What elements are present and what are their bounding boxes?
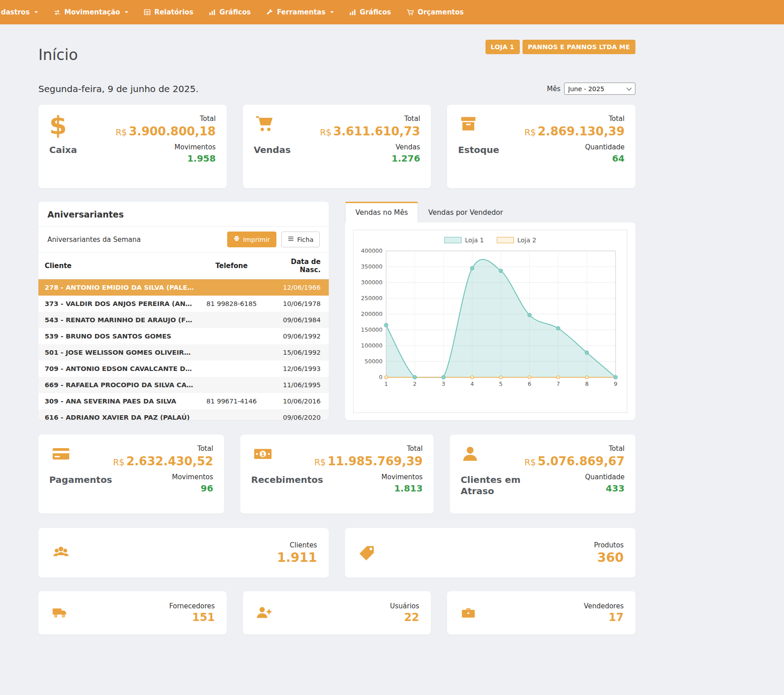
secondary-label: Movimentos	[172, 473, 213, 481]
cell-data: 10/06/2016	[263, 393, 329, 409]
cell-data: 10/06/1978	[263, 296, 329, 312]
birthdays-title: Aniversariantes	[38, 202, 329, 227]
nav-item-cadastros[interactable]: dastros	[0, 0, 46, 24]
table-row[interactable]: 373 - VALDIR DOS ANJOS PEREIRA (AN… 81 9…	[38, 296, 329, 312]
cell-data: 15/06/1992	[263, 344, 329, 361]
list-icon	[288, 236, 294, 243]
svg-text:50000: 50000	[364, 358, 383, 365]
table-row[interactable]: 278 - ANTONIO EMIDIO DA SILVA (PALE… 12/…	[38, 279, 329, 296]
legend-item[interactable]: Loja 1	[444, 236, 484, 244]
svg-text:200000: 200000	[361, 310, 383, 317]
ficha-button[interactable]: Ficha	[281, 232, 320, 247]
card-pagamentos: Pagamentos Total R$2.632.430,52 Moviment…	[38, 435, 224, 514]
svg-text:4: 4	[470, 380, 474, 387]
secondary-value: 64	[612, 153, 625, 164]
table-row[interactable]: 539 - BRUNO DOS SANTOS GOMES 09/06/1992	[38, 328, 329, 344]
card-recebimentos: 1 Recebimentos Total R$11.985.769,39 Mov…	[240, 435, 434, 514]
nav-label: Ferramentas	[277, 8, 325, 16]
nav-item-ferramentas[interactable]: Ferramentas	[258, 0, 341, 24]
secondary-value: 1.813	[394, 483, 423, 494]
card-value: 17	[609, 611, 624, 624]
card-produtos: Produtos 360	[345, 528, 635, 578]
svg-text:350000: 350000	[361, 263, 383, 270]
table-row[interactable]: 501 - JOSE WELISSON GOMES OLIVEIR… 15/06…	[38, 344, 329, 361]
column-header-cliente[interactable]: Cliente	[38, 253, 200, 279]
briefcase-icon	[459, 605, 478, 621]
amount: 3.900.800,18	[129, 125, 215, 138]
card-title: Estoque	[458, 144, 521, 156]
currency-prefix: R$	[524, 457, 536, 467]
bar-chart-icon	[349, 9, 356, 16]
legend-label: Loja 2	[518, 236, 537, 244]
secondary-label: Movimentos	[174, 143, 215, 151]
total-value: R$2.632.430,52	[113, 454, 213, 468]
table-row[interactable]: 616 - ADRIANO XAVIER DA PAZ (PALAÚ) 09/0…	[38, 409, 329, 420]
cell-telefone: 81 99828-6185	[200, 296, 263, 312]
bar-chart-icon	[209, 9, 216, 16]
nav-item-graficos-2[interactable]: Gráficos	[341, 0, 399, 24]
cell-telefone: 81 99671-4146	[200, 393, 263, 409]
card-title: Vendas	[254, 144, 317, 156]
total-value: R$11.985.769,39	[314, 454, 423, 468]
amount: 5.076.869,67	[538, 454, 625, 468]
user-plus-icon	[255, 605, 274, 621]
print-button-label: Imprimir	[243, 236, 270, 243]
chevron-down-icon	[34, 11, 38, 13]
legend-item[interactable]: Loja 2	[497, 236, 537, 244]
tab-vendas-por-vendedor[interactable]: Vendas por Vendedor	[418, 202, 513, 223]
svg-text:8: 8	[585, 380, 588, 387]
cell-telefone	[200, 409, 263, 420]
card-label: Produtos	[594, 541, 624, 549]
svg-text:7: 7	[556, 380, 560, 387]
month-select[interactable]: June - 2025	[564, 83, 635, 95]
total-value: R$5.076.869,67	[524, 454, 625, 468]
secondary-value: 1.958	[187, 153, 215, 164]
cart-icon	[254, 115, 317, 137]
page-title: Início	[38, 46, 78, 64]
table-row[interactable]: 669 - RAFAELA PROCOPIO DA SILVA CA… 11/0…	[38, 377, 329, 393]
secondary-label: Vendas	[396, 143, 420, 151]
secondary-value: 433	[606, 483, 625, 494]
tab-vendas-no-mes[interactable]: Vendas no Mês	[345, 202, 418, 223]
cell-cliente: 278 - ANTONIO EMIDIO DA SILVA (PALE…	[38, 279, 200, 296]
nav-item-orcamentos[interactable]: Orçamentos	[399, 0, 471, 24]
card-label: Fornecedores	[169, 602, 215, 610]
card-title: Clientes em Atraso	[461, 474, 524, 497]
secondary-label: Quantidade	[585, 473, 625, 481]
store-badge-loja1[interactable]: LOJA 1	[485, 40, 520, 54]
currency-prefix: R$	[116, 127, 127, 137]
cell-data: 09/06/2020	[263, 409, 329, 420]
total-label: Total	[609, 445, 625, 453]
card-vendas: Vendas Total R$3.611.610,73 Vendas 1.276	[243, 105, 431, 188]
cell-cliente: 539 - BRUNO DOS SANTOS GOMES	[38, 328, 200, 344]
nav-label: Movimentação	[65, 8, 120, 16]
nav-item-movimentacao[interactable]: Movimentação	[46, 0, 136, 24]
cell-telefone	[200, 361, 263, 377]
total-value: R$3.611.610,73	[320, 125, 420, 138]
table-row[interactable]: 543 - RENATO MARINHO DE ARAUJO (F… 09/06…	[38, 312, 329, 328]
cell-cliente: 709 - ANTONIO EDSON CAVALCANTE D…	[38, 361, 200, 377]
total-label: Total	[609, 115, 625, 123]
box-icon	[458, 115, 521, 137]
nav-item-graficos-1[interactable]: Gráficos	[201, 0, 258, 24]
print-button[interactable]: Imprimir	[227, 232, 276, 247]
card-value: 360	[597, 550, 624, 565]
table-row[interactable]: 309 - ANA SEVERINA PAES DA SILVA 81 9967…	[38, 393, 329, 409]
company-badge[interactable]: PANNOS E PANNOS LTDA ME	[523, 40, 635, 54]
column-header-data-nasc[interactable]: Data de Nasc.	[263, 253, 329, 279]
dollar-icon: $	[49, 115, 112, 137]
nav-label: Orçamentos	[418, 8, 464, 16]
nav-label: dastros	[1, 8, 30, 16]
truck-icon	[50, 605, 70, 621]
cell-cliente: 309 - ANA SEVERINA PAES DA SILVA	[38, 393, 200, 409]
nav-item-relatorios[interactable]: Relatórios	[136, 0, 201, 24]
money-icon: 1	[251, 445, 314, 467]
nav-label: Gráficos	[360, 8, 391, 16]
cell-telefone	[200, 279, 263, 296]
cart-icon	[406, 9, 414, 16]
current-date: Segunda-feira, 9 de junho de 2025.	[38, 83, 199, 94]
month-label: Mês	[547, 85, 560, 93]
column-header-telefone[interactable]: Telefone	[200, 253, 263, 279]
ficha-button-label: Ficha	[297, 236, 313, 243]
table-row[interactable]: 709 - ANTONIO EDSON CAVALCANTE D… 12/06/…	[38, 361, 329, 377]
